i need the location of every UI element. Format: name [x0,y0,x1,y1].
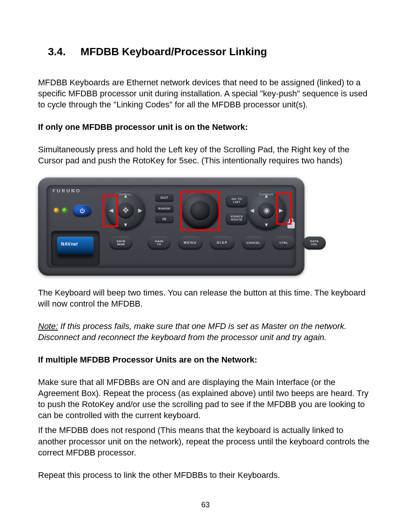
note-paragraph: Note: If this process fails, make sure t… [38,321,373,343]
highlight-scrollpad-left [103,195,118,227]
cursorpad-center-icon[interactable]: ◉ [258,202,275,219]
keyboard-device: FURUNO ⏻ NAVnet SCROLL ▲ ▼ ◀ ▶ ✥ [38,177,304,276]
card-label-suffix: net [71,241,78,247]
bottom-button-row: SAVE MOB GAIN TX MENU DISP CANCEL CTRL D… [110,235,293,251]
cursorpad-up-icon[interactable]: ▲ [263,192,270,200]
cancel-button[interactable]: CANCEL [242,236,265,249]
power-button[interactable]: ⏻ [73,205,91,216]
highlight-cursorpad-right [276,193,292,225]
goto-list-line2: LIST [233,201,241,204]
section-number: 3.4. [48,46,66,58]
scrollpad-right-icon[interactable]: ▶ [136,206,144,214]
range-in-button[interactable]: IN [155,215,174,223]
gain-tx-button[interactable]: GAIN TX [148,236,170,249]
subheading-multi: If multiple MFDBB Processor Units are on… [38,354,373,365]
paragraph-multi-1: Make sure that all MFDBBs are ON and are… [38,377,373,421]
range-label: RANGE [155,204,174,212]
data-vol-l2: VOL [311,243,318,246]
menu-button[interactable]: MENU [178,236,202,249]
data-vol-button[interactable]: DATA VOL [303,236,326,249]
disp-button[interactable]: DISP [210,236,234,249]
paragraph-multi-3: Repeat this process to link the other MF… [38,470,373,481]
section-heading: 3.4. MFDBB Keyboard/Processor Linking [48,46,373,58]
scrollpad-up-icon[interactable]: ▲ [122,192,129,200]
keyboard-illustration: FURUNO ⏻ NAVnet SCROLL ▲ ▼ ◀ ▶ ✥ [38,177,304,276]
goto-list-button[interactable]: GO TO LIST [226,194,247,207]
paragraph-single: Simultaneously press and hold the Left k… [38,144,373,166]
page-number: 63 [0,500,411,509]
paragraph-intro: MFDBB Keyboards are Ethernet network dev… [38,77,373,110]
scrollpad-down-icon[interactable]: ▼ [122,221,129,228]
range-out-button[interactable]: OUT [155,193,174,202]
gain-tx-l2: TX [157,243,161,246]
document-page: 3.4. MFDBB Keyboard/Processor Linking MF… [0,0,411,532]
highlight-rotokey [180,191,220,231]
ctrl-button[interactable]: CTRL [272,236,295,249]
cursorpad-down-icon[interactable]: ▼ [263,221,270,228]
points-route-button[interactable]: POINTS ROUTE [226,212,247,225]
paragraph-multi-2: If the MFDBB does not respond (This mean… [38,425,373,458]
card-label: NAVnet [61,241,78,247]
card-slot: NAVnet [51,231,100,266]
paragraph-after-device: The Keyboard will beep two times. You ca… [38,287,373,309]
brand-label: FURUNO [53,188,81,193]
note-prefix: Note: [38,321,58,331]
navnet-card: NAVnet [57,237,94,254]
save-mob-button[interactable]: SAVE MOB [110,236,132,249]
points-route-line2: ROUTE [231,218,242,221]
power-icon: ⏻ [80,208,85,214]
range-column: OUT RANGE IN [155,193,174,223]
scrollpad-center-icon[interactable]: ✥ [117,202,134,219]
subheading-single: If only one MFDBB processor unit is on t… [38,121,373,133]
save-mob-l2: MOB [117,243,125,246]
section-title: MFDBB Keyboard/Processor Linking [81,46,267,58]
note-body: If this process fails, make sure that on… [38,321,347,342]
card-label-bold: NAV [61,241,71,247]
cursorpad-left-icon[interactable]: ◀ [248,206,256,214]
